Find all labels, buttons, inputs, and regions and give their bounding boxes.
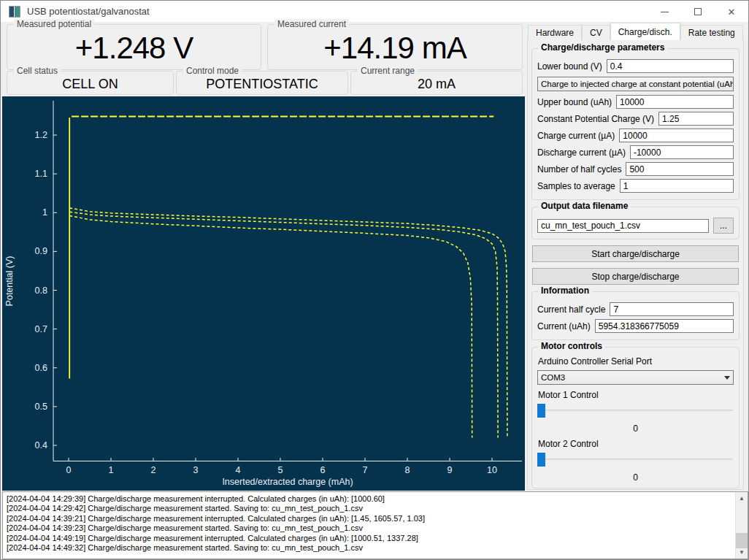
upper-bound-label: Upper bound (uAh) <box>537 97 612 107</box>
stop-charge-discharge-button[interactable]: Stop charge/discharge <box>532 268 739 285</box>
motor-1-value: 0 <box>536 423 735 434</box>
motor-1-label: Motor 1 Control <box>538 390 733 400</box>
log-line: [2024-04-04 14:39:23] Charge/discharge m… <box>7 523 733 533</box>
samples-average-input[interactable] <box>620 179 734 193</box>
svg-text:6: 6 <box>320 465 326 475</box>
svg-text:1.1: 1.1 <box>35 169 47 179</box>
scroll-down-icon[interactable]: ▼ <box>736 546 748 559</box>
svg-text:4: 4 <box>236 465 241 475</box>
lower-bound-label: Lower bound (V) <box>537 61 602 72</box>
minimize-button[interactable] <box>648 1 681 23</box>
svg-text:Potential (V): Potential (V) <box>4 256 15 307</box>
motor-2-value: 0 <box>536 472 735 483</box>
svg-text:8: 8 <box>405 465 410 475</box>
browse-button[interactable]: ... <box>713 218 734 234</box>
chart-canvas: 0123456789101.21.110.90.80.70.60.50.4Ins… <box>2 96 525 491</box>
upper-bound-input[interactable] <box>616 95 734 109</box>
motor-1-slider-groove <box>538 410 733 412</box>
current-range-label: Current range <box>358 66 418 76</box>
control-mode-label: Control mode <box>183 66 242 76</box>
svg-text:10: 10 <box>487 465 497 475</box>
cell-status-group: Cell status CELL ON <box>7 71 174 95</box>
charge-discharge-parameters-title: Charge/discharge parameters <box>538 42 667 53</box>
motor-2-slider-handle[interactable] <box>537 453 545 467</box>
svg-text:2: 2 <box>151 465 156 475</box>
current-half-cycle-label: Current half cycle <box>537 304 605 315</box>
motor-controls-group: Motor controls Arduino Controller Serial… <box>531 347 740 488</box>
lower-bound-input[interactable] <box>607 59 734 73</box>
svg-text:0: 0 <box>66 465 72 475</box>
motor-2-slider-groove <box>538 459 733 461</box>
discharge-current-input[interactable] <box>630 145 734 159</box>
information-group: Information Current half cycle Current (… <box>531 291 740 340</box>
app-icon <box>9 6 20 18</box>
svg-text:7: 7 <box>363 465 368 475</box>
charge-disch-pane: Charge/discharge parameters Lower bound … <box>527 39 744 490</box>
svg-text:0.9: 0.9 <box>35 246 47 256</box>
charge-current-label: Charge current (µA) <box>537 131 615 141</box>
log-scrollbar[interactable]: ▲ ▼ <box>735 492 748 559</box>
information-title: Information <box>538 285 592 296</box>
log-line: [2024-04-04 14:49:32] Charge/discharge m… <box>7 543 733 553</box>
title-bar: USB potentiostat/galvanostat ✕ <box>1 1 748 23</box>
arduino-port-label: Arduino Controller Serial Port <box>538 356 733 367</box>
output-filename-title: Output data filename <box>538 201 631 211</box>
output-filename-input[interactable] <box>537 219 709 233</box>
minimize-icon <box>661 12 669 12</box>
motor-controls-title: Motor controls <box>538 341 605 351</box>
svg-text:9: 9 <box>448 465 453 475</box>
samples-average-label: Samples to average <box>537 181 615 191</box>
svg-text:5: 5 <box>278 465 283 475</box>
tab-bar: Hardware CV Charge/disch. Rate testing <box>528 24 743 40</box>
scroll-up-icon[interactable]: ▲ <box>736 492 748 505</box>
maximize-icon <box>694 8 702 15</box>
constant-potential-charge-input[interactable] <box>658 112 734 126</box>
svg-text:3: 3 <box>193 465 199 475</box>
app-window: USB potentiostat/galvanostat ✕ Measured … <box>0 0 749 560</box>
right-panel: Hardware CV Charge/disch. Rate testing C… <box>527 24 745 490</box>
arduino-port-value: COM3 <box>541 373 565 382</box>
start-charge-discharge-button[interactable]: Start charge/discharge <box>532 245 739 262</box>
maximize-button[interactable] <box>681 1 715 23</box>
charge-mode-dropdown[interactable]: Charge to injected charge at constant po… <box>537 77 734 91</box>
log-line: [2024-04-04 14:39:21] Charge/discharge m… <box>7 514 733 523</box>
control-mode-group: Control mode POTENTIOSTATIC <box>176 71 348 95</box>
chevron-down-icon <box>724 376 730 380</box>
arduino-port-dropdown[interactable]: COM3 <box>537 370 734 385</box>
log-line: [2024-04-04 14:29:39] Charge/discharge m… <box>7 494 733 504</box>
tab-charge-disch[interactable]: Charge/disch. <box>610 23 680 40</box>
motor-2-label: Motor 2 Control <box>538 439 733 449</box>
svg-text:0.6: 0.6 <box>35 363 47 373</box>
motor-2-slider[interactable] <box>537 453 734 467</box>
log-console[interactable]: [2024-04-04 14:29:39] Charge/discharge m… <box>2 491 748 559</box>
current-uah-input[interactable] <box>595 319 734 333</box>
half-cycles-label: Number of half cycles <box>537 164 621 174</box>
tab-cv[interactable]: CV <box>582 25 610 40</box>
cell-status-label: Cell status <box>14 66 61 76</box>
svg-text:1: 1 <box>42 207 47 218</box>
half-cycles-input[interactable] <box>626 162 734 176</box>
log-line: [2024-04-04 14:29:42] Charge/discharge m… <box>7 504 733 513</box>
output-filename-group: Output data filename ... <box>531 207 740 239</box>
current-half-cycle-input[interactable] <box>610 302 734 316</box>
motor-1-slider[interactable] <box>537 404 734 418</box>
tab-rate-testing[interactable]: Rate testing <box>680 25 743 40</box>
svg-text:1.2: 1.2 <box>35 130 47 140</box>
close-button[interactable]: ✕ <box>715 1 748 23</box>
window-controls: ✕ <box>648 1 748 23</box>
measured-current-value: +14.19 mA <box>268 25 522 66</box>
current-uah-label: Current (uAh) <box>537 321 591 331</box>
svg-text:1: 1 <box>109 465 114 475</box>
measured-potential-group: Measured potential +1.248 V <box>7 24 261 70</box>
charge-discharge-parameters-group: Charge/discharge parameters Lower bound … <box>531 48 740 200</box>
discharge-current-label: Discharge current (µA) <box>537 147 626 158</box>
charge-mode-dropdown-value: Charge to injected charge at constant po… <box>541 80 734 88</box>
potential-vs-charge-chart: 0123456789101.21.110.90.80.70.60.50.4Ins… <box>2 96 525 491</box>
measured-current-group: Measured current +14.19 mA <box>267 24 523 70</box>
svg-text:0.7: 0.7 <box>35 324 47 334</box>
close-icon: ✕ <box>728 7 736 17</box>
charge-current-input[interactable] <box>619 129 734 142</box>
tab-hardware[interactable]: Hardware <box>528 25 582 40</box>
measured-current-label: Measured current <box>274 19 349 29</box>
motor-1-slider-handle[interactable] <box>537 404 545 418</box>
